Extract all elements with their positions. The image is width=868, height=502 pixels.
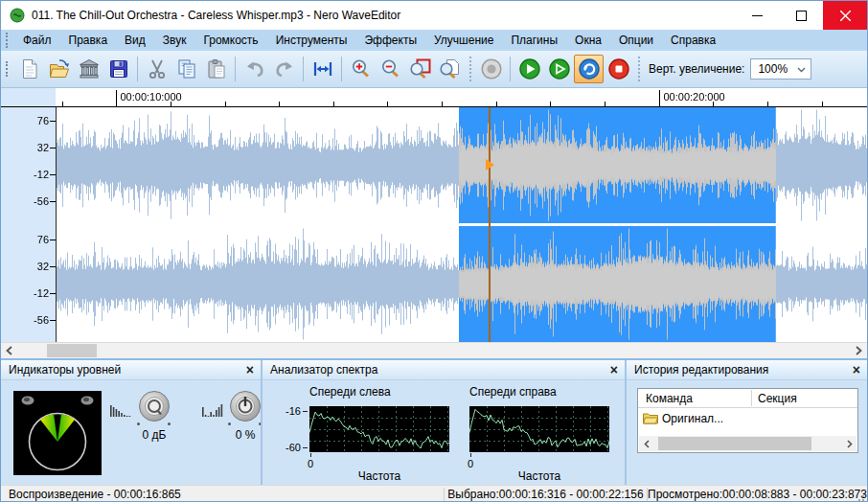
zoom-in-button[interactable] bbox=[346, 55, 376, 83]
zoom-out-button[interactable] bbox=[376, 55, 405, 83]
redo-icon bbox=[273, 57, 296, 80]
close-panel-button[interactable]: × bbox=[246, 361, 254, 378]
menu-item-plugins[interactable]: Плагины bbox=[502, 31, 566, 50]
toolbar: Верт. увеличение: 100% bbox=[1, 51, 867, 88]
x-axis-title: Частота bbox=[309, 469, 449, 483]
scroll-right-button[interactable] bbox=[842, 436, 857, 451]
gain-knob[interactable] bbox=[137, 390, 171, 424]
bottom-panels: Индикаторы уровней × bbox=[1, 360, 867, 485]
cut-button[interactable] bbox=[142, 55, 171, 83]
paste-icon bbox=[205, 57, 228, 80]
loop-button[interactable] bbox=[574, 55, 604, 83]
toolbar-separator bbox=[341, 57, 342, 81]
menu-item-audio[interactable]: Звук bbox=[154, 31, 195, 50]
copy-button[interactable] bbox=[171, 55, 201, 83]
zoom-document-icon bbox=[439, 57, 462, 80]
stop-icon bbox=[607, 57, 630, 80]
level-bars-icon bbox=[110, 403, 131, 417]
toolbar-separator bbox=[235, 57, 236, 81]
resize-grip-icon bbox=[856, 492, 865, 502]
undo-button[interactable] bbox=[240, 55, 269, 83]
close-button[interactable] bbox=[823, 1, 867, 30]
menu-bar: ФайлПравкаВидЗвукГромкостьИнструментыЭфф… bbox=[1, 30, 867, 51]
pan-knob[interactable] bbox=[228, 390, 263, 424]
close-icon bbox=[840, 11, 851, 21]
x-axis-zero: 0 bbox=[308, 458, 313, 469]
undo-icon bbox=[243, 57, 266, 80]
menu-item-windows[interactable]: Окна bbox=[566, 31, 610, 50]
close-panel-button[interactable]: × bbox=[853, 361, 860, 378]
new-file-icon bbox=[18, 57, 41, 80]
scroll-left-button[interactable] bbox=[1, 343, 17, 358]
vertical-zoom-value: 100% bbox=[758, 62, 788, 76]
zoom-to-selection-button[interactable] bbox=[405, 55, 435, 83]
play-all-button[interactable] bbox=[544, 55, 574, 83]
close-panel-button[interactable]: × bbox=[610, 361, 618, 378]
vu-meter bbox=[13, 391, 102, 475]
waveform-canvas[interactable] bbox=[1, 107, 868, 342]
minimize-button[interactable] bbox=[735, 1, 779, 30]
waveform-scrollbar[interactable] bbox=[1, 342, 867, 358]
scroll-left-button[interactable] bbox=[639, 436, 653, 451]
maximize-button[interactable] bbox=[779, 1, 823, 30]
scroll-right-button[interactable] bbox=[851, 343, 867, 358]
redo-button[interactable] bbox=[269, 55, 299, 83]
scrollbar-thumb[interactable] bbox=[658, 437, 811, 450]
menu-item-options[interactable]: Опции bbox=[610, 31, 662, 50]
chevron-left-icon bbox=[6, 346, 12, 355]
edit-history-panel: История редактирования × Команда Секция … bbox=[625, 360, 867, 485]
audio-library-icon bbox=[78, 57, 101, 80]
record-button[interactable] bbox=[476, 55, 506, 83]
cut-icon bbox=[146, 57, 169, 80]
save-button[interactable] bbox=[103, 55, 133, 83]
new-file-button[interactable] bbox=[14, 55, 44, 83]
history-list: Команда Секция Оригинал... bbox=[637, 388, 858, 453]
axis-tick bbox=[303, 411, 308, 412]
knob-max-dot bbox=[168, 422, 171, 425]
menu-item-file[interactable]: Файл bbox=[14, 31, 60, 50]
column-header-section[interactable]: Секция bbox=[758, 392, 797, 405]
spectrum-right-title: Спереди справа bbox=[469, 385, 557, 399]
spectrum-analyzer-header: Анализатор спектра × bbox=[263, 360, 625, 380]
menu-item-enhancement[interactable]: Улучшение bbox=[425, 31, 502, 50]
edit-history-header: История редактирования × bbox=[627, 360, 867, 380]
spectrum-left-plot bbox=[309, 406, 449, 452]
title-bar: 011. The Chill-Out Orchestra - Careless … bbox=[1, 1, 867, 30]
resize-grip[interactable] bbox=[854, 486, 867, 502]
panel-title: Анализатор спектра bbox=[270, 363, 377, 376]
audio-library-button[interactable] bbox=[74, 55, 103, 83]
vertical-zoom-label: Верт. увеличение: bbox=[649, 62, 744, 76]
history-list-header: Команда Секция bbox=[638, 389, 857, 408]
scrollbar-thumb[interactable] bbox=[47, 344, 97, 357]
play-button[interactable] bbox=[514, 55, 544, 83]
zoom-in-icon bbox=[350, 57, 373, 80]
pan-bars-icon bbox=[202, 403, 223, 417]
fit-width-icon bbox=[311, 57, 334, 80]
record-icon bbox=[480, 57, 503, 80]
fit-to-window-button[interactable] bbox=[308, 55, 337, 83]
vertical-zoom-select[interactable]: 100% bbox=[750, 58, 811, 80]
stop-button[interactable] bbox=[604, 55, 633, 83]
zoom-document-button[interactable] bbox=[435, 55, 465, 83]
status-bar: Воспроизведение - 00:00:16:865 Выбрано:0… bbox=[1, 485, 867, 502]
column-divider[interactable] bbox=[751, 390, 752, 406]
open-file-button[interactable] bbox=[44, 55, 74, 83]
level-indicators-header: Индикаторы уровней × bbox=[1, 360, 261, 380]
paste-button[interactable] bbox=[201, 55, 231, 83]
menubar-grip[interactable] bbox=[6, 33, 9, 48]
menu-item-volume[interactable]: Громкость bbox=[194, 31, 266, 50]
menu-item-effects[interactable]: Эффекты bbox=[355, 31, 425, 50]
history-row-original[interactable]: Оригинал... bbox=[643, 412, 723, 425]
column-header-command[interactable]: Команда bbox=[646, 392, 693, 405]
toolbar-grip[interactable] bbox=[6, 61, 9, 77]
menu-item-edit[interactable]: Правка bbox=[60, 31, 117, 50]
play-all-icon bbox=[548, 57, 571, 80]
status-viewed: Просмотрено:00:00:08:883 - 00:00:23:873 bbox=[647, 488, 854, 501]
toolbar-separator bbox=[303, 57, 304, 81]
history-scrollbar[interactable] bbox=[639, 436, 857, 451]
folder-icon bbox=[643, 413, 658, 424]
time-ruler[interactable] bbox=[1, 88, 868, 107]
menu-item-tools[interactable]: Инструменты bbox=[267, 31, 356, 50]
menu-item-view[interactable]: Вид bbox=[116, 31, 154, 50]
menu-item-help[interactable]: Справка bbox=[662, 31, 724, 50]
